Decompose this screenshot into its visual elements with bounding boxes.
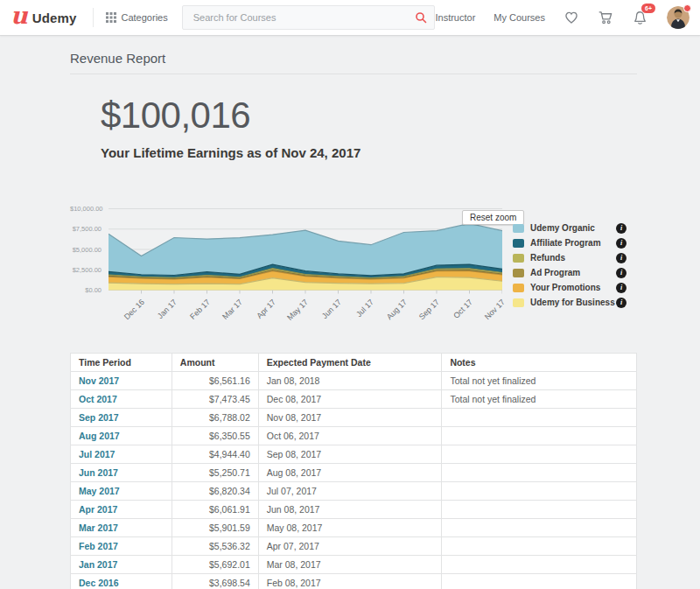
cart-button[interactable]	[598, 10, 613, 25]
table-row: Dec 2016$3,698.54Feb 08, 2017	[71, 574, 637, 589]
notifications-button[interactable]: 6+	[632, 10, 648, 26]
time-period-link[interactable]: Sep 2017	[79, 412, 119, 423]
time-period-link[interactable]: Dec 2016	[79, 578, 119, 588]
search-icon[interactable]	[415, 11, 427, 24]
legend-swatch	[513, 269, 524, 277]
table-row: Jan 2017$5,692.01Mar 08, 2017	[71, 556, 637, 574]
amount-cell: $3,698.54	[172, 574, 258, 589]
legend-swatch	[513, 254, 524, 263]
time-period-cell: Jul 2017	[71, 445, 172, 464]
search-input[interactable]	[193, 12, 416, 23]
expected-payment-date-cell: Apr 07, 2017	[258, 537, 442, 556]
navbar-right: Instructor My Courses 6+	[435, 6, 690, 29]
time-period-link[interactable]: Jun 2017	[79, 467, 118, 478]
time-period-cell: Dec 2016	[71, 574, 172, 589]
legend-item-affiliate-program[interactable]: Affiliate Programi	[513, 235, 626, 250]
amount-cell: $6,350.55	[172, 427, 258, 445]
my-courses-link[interactable]: My Courses	[494, 12, 545, 23]
legend-item-your-promotions[interactable]: Your Promotionsi	[513, 280, 626, 295]
col-amount: Amount	[172, 354, 258, 372]
y-axis-label: $2,500.00	[70, 266, 102, 274]
revenue-chart: $10,000.00$7,500.00$5,000.00$2,500.00$0.…	[70, 198, 674, 347]
time-period-cell: Nov 2017	[71, 372, 172, 390]
table-row: Mar 2017$5,901.59May 08, 2017	[71, 519, 637, 537]
amount-cell: $5,692.01	[172, 556, 258, 574]
heart-icon	[564, 10, 579, 25]
time-period-link[interactable]: Nov 2017	[79, 375, 119, 386]
lifetime-earnings-caption: Your Lifetime Earnings as of Nov 24, 201…	[101, 145, 360, 160]
page-title: Revenue Report	[70, 51, 165, 66]
legend-item-ad-program[interactable]: Ad Programi	[513, 265, 626, 280]
legend-swatch	[513, 224, 524, 233]
info-icon[interactable]: i	[616, 268, 626, 278]
notes-cell: Total not yet finalized	[442, 372, 637, 390]
title-divider	[70, 74, 637, 74]
info-icon[interactable]: i	[616, 283, 626, 293]
notes-cell	[442, 427, 637, 445]
udemy-logo[interactable]: u Udemy	[10, 9, 77, 26]
x-axis-label: Jul 17	[327, 298, 375, 346]
col-time-period: Time Period	[71, 354, 172, 372]
info-icon[interactable]: i	[616, 238, 626, 249]
x-axis-label: Feb 17	[163, 298, 211, 346]
notes-cell: Total not yet finalized	[442, 390, 637, 409]
legend-item-udemy-for-business[interactable]: Udemy for Businessi	[513, 295, 626, 310]
time-period-link[interactable]: Oct 2017	[79, 394, 117, 404]
x-axis-label: Aug 17	[360, 298, 408, 346]
info-icon[interactable]: i	[616, 253, 626, 263]
time-period-cell: Jan 2017	[71, 556, 172, 574]
time-period-link[interactable]: May 2017	[79, 486, 120, 496]
expected-payment-date-cell: Oct 06, 2017	[258, 427, 442, 445]
info-icon[interactable]: i	[616, 223, 626, 234]
expected-payment-date-cell: Dec 08, 2017	[258, 390, 442, 409]
notes-cell	[442, 501, 637, 519]
navbar-divider	[93, 8, 94, 27]
categories-button[interactable]: Categories	[106, 12, 168, 23]
time-period-cell: Oct 2017	[71, 390, 172, 409]
time-period-cell: Sep 2017	[71, 409, 172, 427]
col-notes: Notes	[442, 354, 637, 372]
table-row: Apr 2017$6,061.91Jun 08, 2017	[71, 501, 637, 519]
amount-cell: $5,536.32	[172, 537, 258, 556]
expected-payment-date-cell: Aug 08, 2017	[258, 464, 442, 482]
notification-badge: 6+	[641, 4, 655, 13]
table-row: Jun 2017$5,250.71Aug 08, 2017	[71, 464, 637, 482]
time-period-link[interactable]: Feb 2017	[79, 541, 118, 551]
legend-label: Your Promotions	[530, 283, 600, 292]
lifetime-earnings-amount: $100,016	[101, 95, 360, 137]
notes-cell	[442, 482, 637, 501]
time-period-cell: Feb 2017	[71, 537, 172, 556]
time-period-cell: Aug 2017	[71, 427, 172, 445]
time-period-link[interactable]: Jul 2017	[79, 449, 115, 459]
instructor-link[interactable]: Instructor	[435, 12, 475, 23]
x-axis-label: Sep 17	[393, 298, 441, 346]
cart-icon	[598, 10, 613, 25]
legend-item-udemy-organic[interactable]: Udemy Organici	[513, 221, 626, 235]
time-period-link[interactable]: Mar 2017	[79, 522, 118, 533]
wishlist-button[interactable]	[564, 10, 579, 25]
stacked-area-plot[interactable]	[108, 208, 502, 296]
top-navbar: u Udemy Categories Instructor My Courses	[0, 0, 700, 36]
legend-swatch	[513, 239, 524, 248]
legend-item-refunds[interactable]: Refundsi	[513, 250, 626, 265]
notes-cell	[442, 445, 637, 464]
notes-cell	[442, 464, 637, 482]
time-period-link[interactable]: Apr 2017	[79, 504, 117, 515]
profile-avatar[interactable]	[667, 6, 690, 29]
info-icon[interactable]: i	[616, 298, 626, 308]
avatar-notification-dot	[683, 4, 691, 12]
amount-cell: $5,901.59	[172, 519, 258, 537]
x-axis-label: Jan 17	[130, 298, 178, 346]
time-period-link[interactable]: Jan 2017	[79, 559, 117, 570]
x-axis-label: Apr 17	[228, 298, 276, 346]
expected-payment-date-cell: Mar 08, 2017	[258, 556, 442, 574]
notes-cell	[442, 409, 637, 427]
time-period-link[interactable]: Aug 2017	[79, 431, 120, 441]
y-axis-label: $5,000.00	[70, 246, 102, 254]
legend-label: Refunds	[530, 253, 565, 263]
amount-cell: $7,473.45	[172, 390, 258, 409]
y-axis-label: $0.00	[70, 286, 102, 294]
legend-swatch	[513, 298, 524, 307]
brand-name: Udemy	[32, 11, 77, 25]
table-row: Aug 2017$6,350.55Oct 06, 2017	[71, 427, 637, 445]
